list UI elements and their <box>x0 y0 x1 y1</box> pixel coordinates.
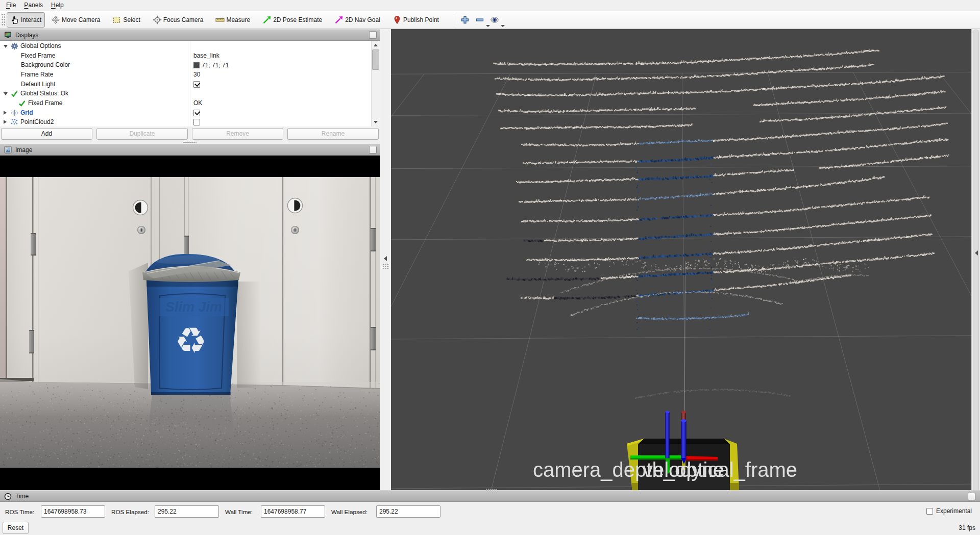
tool-nav-goal[interactable]: 2D Nav Goal <box>328 12 386 28</box>
plus-icon <box>460 15 470 24</box>
toolbar-button-tool-visibility[interactable] <box>488 13 501 27</box>
menu-mnemonic: H <box>51 2 56 9</box>
tf-frame-label-velodyne: velodyne <box>643 458 724 481</box>
splitter-dots-icon <box>383 264 389 269</box>
toolbar-handle[interactable] <box>2 14 6 26</box>
camera-image <box>0 177 380 468</box>
color-swatch[interactable] <box>193 62 200 68</box>
scroll-down-icon <box>374 121 378 123</box>
duplicate-button[interactable]: Duplicate <box>96 128 188 140</box>
left-dock: Displays Global OptionsFixed Framebase_l… <box>0 29 380 490</box>
tool-label: Measure <box>226 16 250 23</box>
splitter-collapse-arrow-icon-right[interactable] <box>975 250 978 256</box>
tree-value[interactable]: OK <box>193 99 202 107</box>
dock-splitter-right[interactable] <box>971 29 980 490</box>
minus-icon <box>475 15 484 24</box>
tree-cell-value: 71; 71; 71 <box>193 60 229 70</box>
tool-move-camera[interactable]: Move Camera <box>45 12 106 28</box>
toolbar-button-remove-tool[interactable] <box>474 13 486 27</box>
expander-right-icon[interactable] <box>4 111 7 115</box>
tree-checkbox[interactable] <box>193 81 200 88</box>
ros-elapsed-input[interactable]: 295.22 <box>155 505 219 518</box>
tree-cell-value: 30 <box>193 70 200 80</box>
time-panel: Time ROS Time:1647698958.73ROS Elapsed:2… <box>0 490 980 534</box>
ros-elapsed-label: ROS Elapsed: <box>111 508 152 515</box>
menu-label: elp <box>56 2 64 9</box>
menu-label: anels <box>28 2 43 9</box>
tool-interact[interactable]: Interact <box>7 12 45 28</box>
tree-value[interactable]: 71; 71; 71 <box>202 62 229 69</box>
image-panel-title: Image <box>15 146 32 154</box>
green-arrow-icon <box>262 15 272 24</box>
scroll-up-button[interactable] <box>372 41 380 49</box>
time-title-bar: Time <box>0 491 980 502</box>
tree-row-global-status-ok[interactable]: Global Status: Ok <box>0 89 371 98</box>
expander-right-icon[interactable] <box>4 120 7 124</box>
tree-row-fixed-frame[interactable]: Fixed FrameOK <box>0 98 371 108</box>
image-float-button[interactable] <box>369 146 377 154</box>
tool-publish-point[interactable]: Publish Point <box>386 12 445 28</box>
check-icon <box>18 99 26 107</box>
tree-label: Global Options <box>20 42 61 49</box>
fps-counter: 31 fps <box>959 524 975 531</box>
menu-file[interactable]: File <box>2 1 20 10</box>
time-panel-title: Time <box>15 493 29 500</box>
tree-checkbox[interactable] <box>193 119 200 125</box>
remove-button[interactable]: Remove <box>192 128 283 140</box>
pointcloud-icon-wrap <box>11 118 18 126</box>
tool-select[interactable]: Select <box>106 12 146 28</box>
tree-row-background-color[interactable]: Background Color71; 71; 71 <box>0 60 371 70</box>
scroll-down-button[interactable] <box>372 118 380 126</box>
menu-help[interactable]: Help <box>47 1 68 10</box>
magenta-arrow-icon <box>334 15 344 24</box>
time-float-button[interactable] <box>968 493 975 500</box>
tree-row-default-light[interactable]: Default Light <box>0 80 371 89</box>
wall-time-label: Wall Time: <box>225 508 258 515</box>
move-icon <box>51 15 60 24</box>
dock-splitter-left[interactable] <box>380 29 391 490</box>
tree-cell-value <box>193 80 200 89</box>
tool-label: Interact <box>21 16 41 23</box>
ros-time-input[interactable]: 1647698958.73 <box>41 505 105 518</box>
gear-icon-wrap <box>11 42 18 52</box>
tool-focus-camera[interactable]: Focus Camera <box>146 12 210 28</box>
tool-measure[interactable]: Measure <box>209 12 256 28</box>
expander-down-icon[interactable] <box>4 45 8 48</box>
grid-icon <box>11 109 18 117</box>
image-panel-icon <box>4 146 12 154</box>
splitter-collapse-arrow-icon[interactable] <box>384 256 387 261</box>
wall-elapsed-input[interactable]: 295.22 <box>376 505 440 518</box>
pointcloud-canvas <box>391 29 971 490</box>
scroll-thumb[interactable] <box>372 49 379 70</box>
dropdown-arrow-icon[interactable] <box>501 25 505 27</box>
experimental-checkbox[interactable] <box>926 508 933 515</box>
tree-row-pointcloud2[interactable]: PointCloud2 <box>0 117 371 126</box>
tree-value[interactable]: base_link <box>193 52 219 59</box>
displays-scrollbar[interactable] <box>371 41 380 126</box>
tree-row-global-options[interactable]: Global Options <box>0 41 371 51</box>
tree-row-frame-rate[interactable]: Frame Rate30 <box>0 70 371 80</box>
tree-row-grid[interactable]: Grid <box>0 108 371 118</box>
tree-label: Frame Rate <box>21 71 53 78</box>
add-button[interactable]: Add <box>1 128 92 140</box>
tree-checkbox[interactable] <box>193 110 200 116</box>
tool-label: Publish Point <box>403 16 439 23</box>
tool-pose-estimate[interactable]: 2D Pose Estimate <box>256 12 328 28</box>
menu-panels[interactable]: Panels <box>20 1 47 10</box>
menu-bar: FilePanelsHelp <box>0 0 980 11</box>
camera-image-view <box>0 156 380 490</box>
tree-row-fixed-frame[interactable]: Fixed Framebase_link <box>0 51 371 61</box>
displays-panel-icon <box>4 31 12 39</box>
displays-float-button[interactable] <box>369 31 377 39</box>
displays-buttons: AddDuplicateRemoveRename <box>0 127 380 141</box>
rename-button[interactable]: Rename <box>287 128 379 140</box>
reset-button[interactable]: Reset <box>3 522 29 534</box>
check-icon <box>11 90 18 97</box>
collapsed-views-panel[interactable] <box>973 30 979 490</box>
toolbar-button-add-tool[interactable] <box>459 13 471 27</box>
wall-time-input[interactable]: 1647698958.77 <box>261 505 325 518</box>
render-3d-view[interactable]: camera_depth_optical_frame velodyne <box>391 29 971 490</box>
tree-label: Fixed Frame <box>21 52 55 59</box>
tree-value[interactable]: 30 <box>193 71 200 78</box>
expander-down-icon[interactable] <box>4 92 8 95</box>
